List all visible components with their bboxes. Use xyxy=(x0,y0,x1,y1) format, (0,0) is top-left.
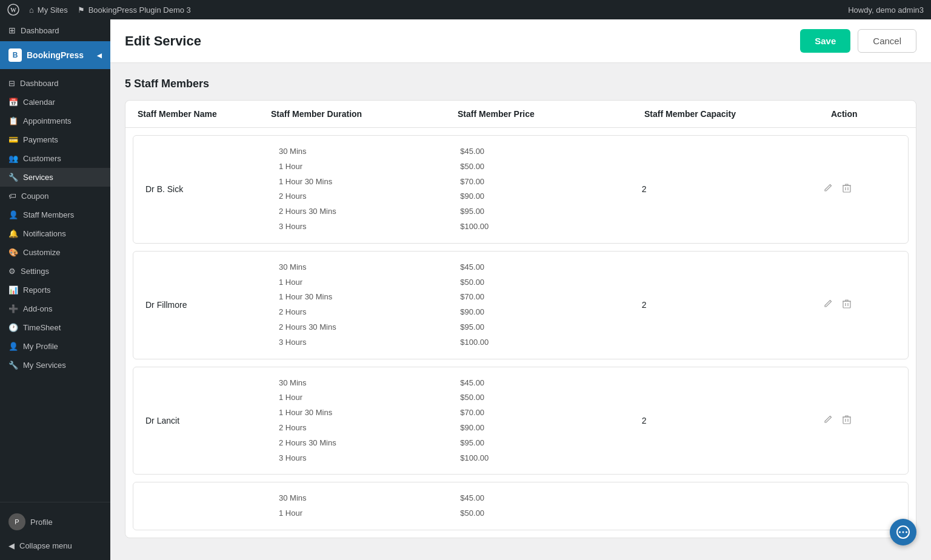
sidebar-dashboard-top[interactable]: ⊞ Dashboard xyxy=(0,19,110,41)
duration-item: 30 Mins xyxy=(279,492,460,505)
edit-button[interactable] xyxy=(823,415,833,427)
delete-button[interactable] xyxy=(843,299,851,311)
reports-icon: 📊 xyxy=(8,285,18,295)
page-body: 5 Staff Members Staff Member Name Staff … xyxy=(110,63,931,560)
save-button[interactable]: Save xyxy=(800,29,850,53)
price-item: $70.00 xyxy=(460,291,641,304)
sidebar-item-my-services[interactable]: 🔧 My Services xyxy=(0,356,110,375)
price-item: $45.00 xyxy=(460,377,641,390)
col-header-name: Staff Member Name xyxy=(138,109,271,119)
duration-item: 1 Hour xyxy=(279,507,460,520)
sidebar-item-add-ons[interactable]: ➕ Add-ons xyxy=(0,299,110,318)
wp-logo-icon: W xyxy=(7,4,19,16)
settings-icon: ⚙ xyxy=(8,267,16,276)
customize-icon: 🎨 xyxy=(8,248,18,257)
avatar: P xyxy=(8,513,25,530)
content-area: Edit Service Save Cancel 5 Staff Members… xyxy=(110,19,931,560)
sidebar-item-staff-members[interactable]: 👤 Staff Members xyxy=(0,205,110,224)
howdy-text: Howdy, demo admin3 xyxy=(848,5,924,15)
my-sites-item[interactable]: ⌂ My Sites xyxy=(29,5,68,15)
staff-member-capacity: 2 xyxy=(642,300,823,310)
svg-point-8 xyxy=(906,532,907,533)
action-column xyxy=(823,299,896,311)
price-item: $90.00 xyxy=(460,306,641,319)
sidebar-appointments-label: Appointments xyxy=(23,116,72,125)
staff-member-prices: $45.00$50.00 xyxy=(460,492,641,520)
edit-icon xyxy=(823,415,833,424)
duration-item: 30 Mins xyxy=(279,261,460,274)
duration-item: 2 Hours xyxy=(279,422,460,435)
header-actions: Save Cancel xyxy=(800,29,916,53)
duration-item: 1 Hour 30 Mins xyxy=(279,291,460,304)
price-item: $45.00 xyxy=(460,261,641,274)
page-header: Edit Service Save Cancel xyxy=(110,19,931,63)
staff-member-capacity: 2 xyxy=(642,416,823,425)
my-services-icon: 🔧 xyxy=(8,361,18,370)
sidebar-item-appointments[interactable]: 📋 Appointments xyxy=(0,112,110,130)
sidebar-item-reports[interactable]: 📊 Reports xyxy=(0,281,110,299)
sidebar-item-my-profile[interactable]: 👤 My Profile xyxy=(0,337,110,356)
coupon-icon: 🏷 xyxy=(8,192,16,201)
sidebar-item-payments[interactable]: 💳 Payments xyxy=(0,130,110,149)
sidebar-item-settings[interactable]: ⚙ Settings xyxy=(0,262,110,281)
duration-item: 30 Mins xyxy=(279,145,460,158)
staff-rows-container: Dr B. Sick30 Mins1 Hour1 Hour 30 Mins2 H… xyxy=(125,135,916,530)
duration-item: 3 Hours xyxy=(279,452,460,465)
profile-section[interactable]: P Profile xyxy=(0,507,110,536)
edit-button[interactable] xyxy=(823,299,833,311)
staff-table: Staff Member Name Staff Member Duration … xyxy=(125,100,916,538)
cancel-button[interactable]: Cancel xyxy=(858,29,916,53)
wp-logo-item[interactable]: W xyxy=(7,4,19,16)
staff-member-durations: 30 Mins1 Hour1 Hour 30 Mins2 Hours2 Hour… xyxy=(279,145,460,233)
sidebar-calendar-label: Calendar xyxy=(23,98,55,107)
sidebar: ⊞ Dashboard B BookingPress ◀ ⊟ Dashboard… xyxy=(0,19,110,560)
services-icon: 🔧 xyxy=(8,173,18,182)
col-header-action: Action xyxy=(831,109,904,119)
svg-rect-3 xyxy=(843,301,850,308)
site-name-item[interactable]: ⚑ BookingPress Plugin Demo 3 xyxy=(78,5,191,15)
help-button[interactable] xyxy=(890,519,916,545)
sidebar-item-notifications[interactable]: 🔔 Notifications xyxy=(0,224,110,243)
price-item: $45.00 xyxy=(460,145,641,158)
sidebar-item-services[interactable]: 🔧 Services xyxy=(0,168,110,187)
collapse-menu-item[interactable]: ◀ Collapse menu xyxy=(0,536,110,555)
brand-label: BookingPress xyxy=(27,50,84,60)
duration-item: 1 Hour xyxy=(279,392,460,404)
duration-item: 1 Hour 30 Mins xyxy=(279,176,460,188)
price-item: $100.00 xyxy=(460,452,641,465)
sidebar-item-customers[interactable]: 👥 Customers xyxy=(0,149,110,168)
sidebar-settings-label: Settings xyxy=(21,267,49,276)
sidebar-item-timesheet[interactable]: 🕐 TimeSheet xyxy=(0,318,110,337)
sidebar-item-dashboard[interactable]: ⊟ Dashboard xyxy=(0,74,110,93)
duration-item: 2 Hours 30 Mins xyxy=(279,205,460,218)
duration-item: 2 Hours xyxy=(279,190,460,203)
staff-member-name: Dr B. Sick xyxy=(145,184,279,194)
sidebar-item-customize[interactable]: 🎨 Customize xyxy=(0,243,110,262)
delete-icon xyxy=(843,183,851,193)
sidebar-coupon-label: Coupon xyxy=(21,192,49,201)
my-sites-icon: ⌂ xyxy=(29,5,34,15)
duration-item: 2 Hours xyxy=(279,306,460,319)
delete-button[interactable] xyxy=(843,415,851,427)
sidebar-item-coupon[interactable]: 🏷 Coupon xyxy=(0,187,110,205)
staff-member-prices: $45.00$50.00$70.00$90.00$95.00$100.00 xyxy=(460,145,641,233)
duration-item: 3 Hours xyxy=(279,336,460,349)
sidebar-item-calendar[interactable]: 📅 Calendar xyxy=(0,93,110,112)
site-icon: ⚑ xyxy=(78,5,85,15)
calendar-icon: 📅 xyxy=(8,98,18,107)
duration-item: 1 Hour xyxy=(279,161,460,173)
duration-item: 2 Hours 30 Mins xyxy=(279,321,460,334)
brand-icon: B xyxy=(8,48,22,62)
bookingpress-brand[interactable]: B BookingPress ◀ xyxy=(0,41,110,69)
edit-button[interactable] xyxy=(823,183,833,195)
svg-point-6 xyxy=(899,532,901,533)
price-item: $100.00 xyxy=(460,336,641,349)
my-profile-icon: 👤 xyxy=(8,342,18,351)
staff-member-durations: 30 Mins1 Hour xyxy=(279,492,460,520)
dashboard-top-icon: ⊞ xyxy=(8,25,16,35)
delete-button[interactable] xyxy=(843,183,851,195)
table-header-row: Staff Member Name Staff Member Duration … xyxy=(125,101,916,128)
price-item: $70.00 xyxy=(460,407,641,419)
delete-icon xyxy=(843,415,851,424)
price-item: $50.00 xyxy=(460,392,641,404)
